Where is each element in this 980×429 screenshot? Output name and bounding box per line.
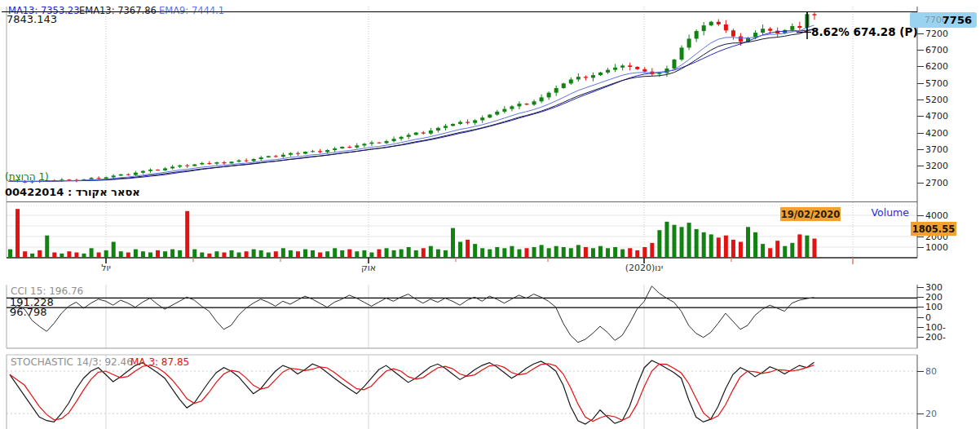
- volume-bar: [687, 223, 691, 258]
- volume-bar: [170, 250, 174, 258]
- volume-bar: [642, 247, 647, 258]
- volume-bar: [746, 227, 750, 258]
- candle-body: [724, 24, 728, 30]
- volume-bar: [731, 240, 735, 258]
- ema9-line: [10, 25, 814, 182]
- volume-bar: [473, 244, 477, 258]
- chart-window: MA13: 7353.23 EMA13: 7367.86 EMA9: 7444.…: [0, 0, 980, 429]
- candle-body: [267, 156, 271, 157]
- candle-body: [97, 178, 101, 179]
- price-tick-dash: [917, 183, 924, 184]
- volume-bar: [400, 250, 404, 258]
- volume-bar: [333, 248, 337, 258]
- date-marker-badge[interactable]: 19/02/2020: [780, 207, 841, 221]
- volume-bar: [45, 236, 49, 258]
- price-tick-dash: [917, 116, 924, 117]
- price-tick-dash: [917, 166, 924, 166]
- month-label: ינו(2020): [625, 263, 663, 273]
- volume-bar: [267, 253, 271, 259]
- volume-bar: [635, 250, 639, 258]
- volume-bar: [695, 229, 699, 258]
- candle-body: [598, 73, 603, 75]
- candle-body: [392, 139, 396, 141]
- volume-bar: [775, 241, 779, 258]
- volume-bar: [613, 247, 617, 258]
- candle-body: [311, 151, 315, 152]
- month-label: יול: [101, 263, 111, 273]
- candle-body: [562, 83, 566, 88]
- volume-bar: [414, 250, 418, 258]
- candle-body: [362, 144, 366, 145]
- volume-bar: [680, 227, 684, 258]
- candle-body: [613, 68, 617, 70]
- candle-body: [163, 168, 167, 170]
- candle-body: [717, 22, 721, 24]
- volume-bar: [237, 253, 241, 259]
- form-label: (תצורה 1): [5, 172, 49, 183]
- candle-body: [709, 22, 713, 25]
- cci-tick-dash: [917, 317, 924, 318]
- candle-body: [119, 175, 123, 176]
- measure-annotation[interactable]: 8.62% 674.28 (P): [811, 26, 918, 38]
- candle-body: [731, 30, 735, 36]
- candle-body: [407, 135, 411, 136]
- candle-body: [812, 14, 816, 15]
- candle-body: [141, 171, 145, 173]
- candle-body: [207, 163, 211, 164]
- cci-tick-dash: [917, 337, 924, 338]
- candle-body: [569, 79, 573, 83]
- volume-bar: [547, 248, 551, 258]
- stochastic-title: STOCHASTIC 14/3: 92.46: [11, 357, 133, 368]
- price-tick: 4200: [925, 128, 948, 139]
- volume-bar: [274, 251, 278, 258]
- volume-bar: [340, 250, 344, 258]
- candle-body: [156, 170, 160, 170]
- volume-bar: [569, 248, 573, 258]
- volume-bar: [60, 254, 64, 258]
- volume-bar: [252, 250, 256, 258]
- price-tick-dash: [917, 133, 924, 134]
- price-tick-dash: [917, 83, 924, 84]
- volume-bar: [628, 248, 632, 258]
- volume-title: Volume: [872, 207, 910, 219]
- candle-body: [134, 173, 138, 175]
- volume-value-badge[interactable]: 1805.55: [911, 222, 956, 236]
- volume-bar: [407, 247, 411, 258]
- candle-body: [628, 65, 632, 67]
- candle-body: [466, 122, 470, 122]
- high-level-line[interactable]: [2, 11, 917, 12]
- candle-body: [178, 166, 182, 167]
- volume-bar: [8, 250, 12, 258]
- volume-bar: [664, 222, 669, 258]
- last-price-badge[interactable]: 7700 7756: [910, 12, 977, 28]
- volume-bar: [422, 248, 426, 258]
- volume-bar: [606, 248, 610, 258]
- volume-bar: [466, 240, 470, 258]
- high-value-label: 7843.143: [7, 14, 57, 25]
- volume-bar: [385, 248, 389, 258]
- candle-body: [429, 130, 433, 134]
- volume-bar: [790, 243, 794, 258]
- stoch-tick-dash: [917, 414, 924, 414]
- volume-bar: [369, 253, 373, 259]
- candle-body: [495, 112, 499, 115]
- stoch-ma-line: [10, 364, 814, 422]
- volume-bar: [702, 232, 706, 258]
- volume-bar: [214, 251, 219, 258]
- volume-bar: [200, 253, 204, 259]
- volume-bar: [289, 250, 293, 258]
- volume-bar: [805, 236, 809, 258]
- ma13-line: [10, 29, 814, 181]
- ema13-line: [10, 29, 814, 181]
- volume-bar: [104, 250, 108, 258]
- volume-bar: [724, 236, 728, 258]
- volume-tick: 4000: [925, 210, 948, 221]
- candle-body: [289, 153, 293, 155]
- candle-body: [90, 178, 94, 179]
- candle-body: [444, 126, 448, 127]
- candle-body: [739, 37, 743, 42]
- price-tick: 6700: [925, 45, 948, 55]
- volume-bar: [112, 242, 116, 259]
- cci-tick: 200: [925, 292, 942, 303]
- price-tick-dash: [917, 33, 924, 34]
